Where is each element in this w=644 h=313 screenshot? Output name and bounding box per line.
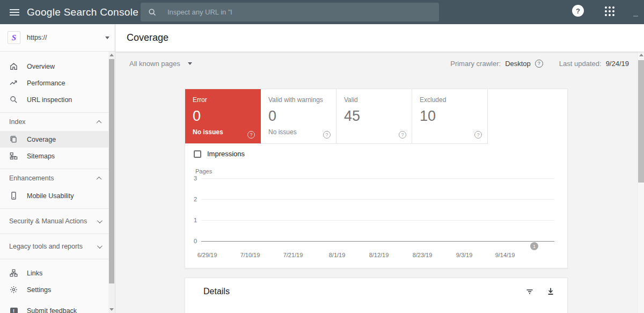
last-updated-label: Last updated:	[559, 60, 602, 68]
sidebar-item-settings[interactable]: Settings	[0, 281, 109, 298]
sidebar-item-label: Submit feedback	[27, 307, 77, 313]
y-tick: 2	[187, 196, 197, 202]
status-card-valid[interactable]: Valid 45 ?	[336, 89, 412, 144]
search-icon	[9, 95, 18, 104]
sidebar-item-label: Links	[27, 270, 42, 277]
gear-icon	[9, 285, 18, 294]
main-scrollbar-thumb[interactable]	[638, 60, 644, 183]
scope-filter-dropdown[interactable]: All known pages	[129, 60, 192, 68]
status-card-value: 10	[420, 108, 480, 125]
help-circle-icon[interactable]: ?	[535, 60, 543, 68]
performance-icon	[9, 78, 18, 88]
report-toolbar: All known pages Primary crawler: Desktop…	[115, 52, 644, 75]
help-circle-icon[interactable]: ?	[399, 131, 406, 139]
status-card-value: 0	[193, 108, 253, 125]
status-card-label: Valid with warnings	[268, 96, 328, 104]
status-card-sub: No issues	[268, 128, 328, 136]
help-circle-icon[interactable]: ?	[247, 131, 255, 139]
feedback-icon: !	[9, 308, 18, 313]
main-scrollbar[interactable]	[637, 52, 644, 313]
status-card-error[interactable]: Error 0 No issues ?	[185, 89, 261, 144]
sidebar-item-overview[interactable]: Overview	[0, 58, 109, 75]
x-tick: 8/1/19	[329, 252, 346, 258]
home-icon	[9, 62, 18, 71]
app-logo[interactable]: Google Search Console	[27, 6, 138, 18]
url-inspection-searchbox[interactable]	[141, 3, 439, 21]
help-circle-icon[interactable]: ?	[474, 131, 482, 139]
chevron-down-icon	[188, 62, 192, 65]
scroll-down-arrow-icon[interactable]	[109, 308, 114, 311]
scroll-up-arrow-icon[interactable]	[639, 54, 643, 56]
sidebar-scrollbar[interactable]	[108, 52, 115, 313]
main-area: Coverage All known pages Primary crawler…	[115, 24, 644, 313]
status-card-excluded[interactable]: Excluded 10 ?	[412, 89, 488, 144]
app-bar: Google Search Console ?	[0, 0, 644, 24]
gridline	[201, 220, 554, 221]
sidebar-item-performance[interactable]: Performance	[0, 75, 109, 91]
chevron-down-icon	[97, 218, 103, 223]
details-title: Details	[203, 287, 230, 296]
sidebar-item-label: Performance	[27, 79, 65, 87]
sidebar-item-sitemaps[interactable]: Sitemaps	[0, 148, 109, 164]
primary-crawler-label: Primary crawler:	[450, 60, 501, 68]
section-header-legacy[interactable]: Legacy tools and reports	[0, 234, 109, 259]
status-card-valid-with-warnings[interactable]: Valid with warnings 0 No issues ?	[261, 89, 336, 144]
sidebar-item-coverage[interactable]: Coverage	[0, 131, 109, 148]
impressions-checkbox[interactable]	[194, 150, 201, 158]
y-axis-label: Pages	[195, 168, 212, 174]
mobile-icon	[9, 191, 18, 200]
status-card-label: Excluded	[420, 96, 480, 104]
filter-icon[interactable]	[525, 287, 535, 296]
chevron-up-icon	[97, 120, 102, 125]
main-content: All known pages Primary crawler: Desktop…	[115, 52, 644, 313]
status-cards-row: Error 0 No issues ? Valid with warnings …	[185, 89, 567, 144]
scroll-up-arrow-icon[interactable]	[109, 54, 114, 56]
primary-crawler-value: Desktop	[505, 60, 531, 68]
sidebar-item-mobile-usability[interactable]: Mobile Usability	[0, 187, 109, 204]
annotation-marker[interactable]: 1	[530, 242, 538, 250]
sidebar-nav: Overview Performance URL inspection	[0, 52, 109, 313]
impressions-toggle[interactable]: Impressions	[194, 150, 245, 158]
download-icon[interactable]	[546, 287, 555, 296]
chevron-down-icon	[105, 37, 109, 39]
help-circle-icon[interactable]: ?	[323, 131, 331, 139]
section-enhancements: Enhancements Mobile Usability	[0, 169, 109, 204]
section-header-enhancements[interactable]: Enhancements	[0, 169, 109, 187]
chevron-down-icon	[97, 243, 103, 249]
sidebar: S https:// Overview Performance	[0, 24, 115, 313]
property-url: https://	[27, 34, 47, 41]
details-card: Details	[185, 278, 568, 313]
sidebar-item-label: URL inspection	[27, 96, 72, 104]
scope-filter-label: All known pages	[129, 60, 180, 68]
section-index: Index Coverage Sitemaps	[0, 112, 109, 164]
gridline	[201, 178, 554, 179]
help-icon[interactable]: ?	[572, 5, 584, 17]
status-card-value: 45	[344, 108, 404, 125]
x-tick: 7/10/19	[240, 252, 260, 258]
coverage-icon	[9, 135, 18, 144]
section-security-manual-actions: Security & Manual Actions	[0, 208, 109, 234]
sidebar-item-links[interactable]: Links	[0, 265, 109, 281]
apps-grid-icon[interactable]	[605, 6, 614, 16]
sidebar-item-label: Overview	[27, 63, 55, 70]
sidebar-item-label: Settings	[27, 286, 51, 294]
x-tick: 8/12/19	[369, 252, 389, 258]
search-input[interactable]	[167, 8, 439, 16]
property-icon: S	[8, 31, 20, 44]
y-tick: 0	[187, 238, 197, 244]
section-header-security[interactable]: Security & Manual Actions	[0, 209, 109, 234]
section-header-index[interactable]: Index	[0, 113, 109, 131]
avatar-placeholder	[633, 16, 638, 17]
x-tick: 6/29/19	[197, 252, 217, 258]
search-icon	[148, 8, 157, 17]
y-tick: 3	[187, 175, 197, 181]
sidebar-item-submit-feedback[interactable]: ! Submit feedback	[0, 302, 109, 313]
x-tick: 9/3/19	[456, 252, 473, 258]
property-selector[interactable]: S https://	[0, 24, 115, 52]
hamburger-menu-icon[interactable]	[10, 8, 19, 17]
sidebar-scrollbar-thumb[interactable]	[109, 59, 114, 283]
error-series-line	[201, 241, 554, 242]
sidebar-item-url-inspection[interactable]: URL inspection	[0, 91, 109, 108]
status-card-sub: No issues	[193, 128, 253, 136]
status-card-label: Error	[193, 96, 253, 104]
